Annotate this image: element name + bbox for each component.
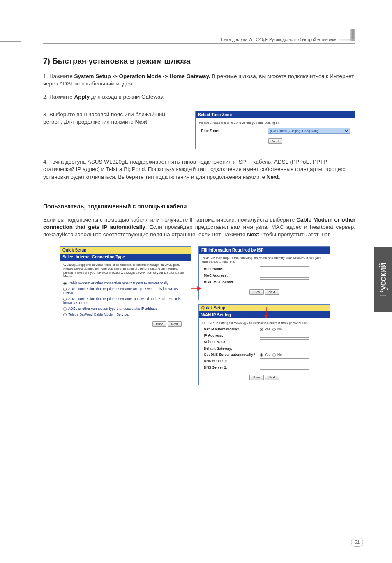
isp-title: Fill Information Required by ISP <box>199 247 330 254</box>
wan-yes: Yes <box>265 327 270 331</box>
step4-b: . <box>279 174 280 180</box>
cable-d: Next <box>247 231 259 238</box>
timezone-label: Time Zone: <box>199 127 266 134</box>
flow-arrow-down-icon <box>264 307 268 318</box>
panel-timezone: Select Time Zone Please choose the time … <box>195 111 355 150</box>
conn-option-pptp[interactable]: ADSL connection that requires username, … <box>63 297 187 305</box>
panel-conn-type: Quick Setup Select Internet Connection T… <box>60 246 191 332</box>
page-binding-edge-vert <box>21 0 21 41</box>
wan-ip-input[interactable] <box>260 333 309 338</box>
step-2-text: 2. Нажмите Apply для входа в режим Gatew… <box>43 93 355 101</box>
flow-arrow-right-icon <box>191 286 201 291</box>
wan-dns1-input[interactable] <box>260 358 309 363</box>
wan-gateway-label: Default Gateway: <box>202 345 258 352</box>
running-header: Точка доступа WL-320gE Руководство по бы… <box>43 37 355 44</box>
wan-gateway-input[interactable] <box>260 346 309 351</box>
step2-post: для входа в режим Gateway. <box>90 94 164 100</box>
wan-subnet-input[interactable] <box>260 339 309 344</box>
radio-icon <box>260 328 263 331</box>
conn-option-static[interactable]: ADSL or other connection type that uses … <box>63 307 187 311</box>
wan-dns-no: No <box>277 353 282 357</box>
step2-bold: Apply <box>74 94 90 100</box>
conn-option-static-label: ADSL or other connection type that uses … <box>68 307 159 311</box>
wan-desc: Fill TCP/IP setting for WL300gE to conne… <box>202 321 326 325</box>
header-arrow-icon <box>339 38 355 42</box>
wan-dns1-label: DNS Server 1: <box>202 358 258 364</box>
page-number: 51 <box>351 538 363 547</box>
conn-prev-button[interactable]: Prev <box>152 321 166 327</box>
cable-user-subtitle: Пользователь, подключенный с помощью каб… <box>43 203 355 210</box>
panel-isp-info: Fill Information Required by ISP Your IS… <box>198 246 330 300</box>
radio-icon <box>63 288 67 291</box>
radio-icon <box>272 328 276 331</box>
radio-icon <box>260 353 263 357</box>
isp-heartbeat-label: Heart-Beat Server: <box>202 279 258 285</box>
isp-desc: Your ISP may require the following infor… <box>202 256 326 264</box>
panel-timezone-instruction: Please choose the time zone where you ar… <box>199 121 352 125</box>
conn-option-bigpond[interactable]: Telstra BigPond Cable Modem Service. <box>63 312 187 316</box>
radio-icon <box>63 307 67 311</box>
isp-mac-input[interactable] <box>260 273 309 278</box>
isp-mac-label: MAC Address: <box>202 272 258 279</box>
step2-pre: 2. Нажмите <box>43 94 74 100</box>
timezone-select[interactable]: (GMT+08:00) Beijing, Hong Kong <box>268 128 350 134</box>
wan-getip-label: Get IP automatically? <box>202 326 258 332</box>
wan-getdns-radios[interactable]: Yes No <box>258 352 326 358</box>
conn-option-pppoe[interactable]: ADSL connection that requires username a… <box>63 287 187 295</box>
radio-icon <box>272 353 276 357</box>
step-4-text: 4. Точка доступа ASUS WL320gE поддержива… <box>43 158 355 181</box>
isp-hostname-input[interactable] <box>260 266 309 271</box>
right-panels-col: Fill Information Required by ISP Your IS… <box>198 246 330 386</box>
cable-a: Если вы подключены с помощью кабеля или … <box>43 217 296 223</box>
panels-grid: Quick Setup Select Internet Connection T… <box>60 246 355 386</box>
step-1-text: 1. Нажмите System Setup -> Operation Mod… <box>43 73 355 88</box>
isp-hostname-label: Host Name: <box>202 265 258 272</box>
wan-getip-radios[interactable]: Yes No <box>258 326 326 332</box>
isp-next-button[interactable]: Next <box>265 289 279 295</box>
wan-getdns-label: Get DNS Server automatically? <box>202 352 258 358</box>
step4-a: 4. Точка доступа ASUS WL320gE поддержива… <box>43 159 346 180</box>
wan-dns2-label: DNS Server 2: <box>202 364 258 371</box>
conn-option-pppoe-label: ADSL connection that requires username a… <box>63 287 178 295</box>
panel-timezone-title: Select Time Zone <box>196 111 355 118</box>
conn-type-desc: WL320gE supports several kinds of connec… <box>63 263 187 279</box>
wan-dns-yes: Yes <box>265 353 270 357</box>
page-content: Точка доступа WL-320gE Руководство по бы… <box>43 37 355 385</box>
conn-option-cable[interactable]: Cable Modem or other connection type tha… <box>63 281 187 285</box>
radio-icon <box>63 282 67 285</box>
conn-option-pptp-label: ADSL connection that requires username, … <box>63 297 180 305</box>
page-binding-edge-horz <box>0 41 21 42</box>
section-title: 7) Быстрая установка в режим шлюза <box>43 57 355 67</box>
header-text: Точка доступа WL-320gE Руководство по бы… <box>220 37 336 42</box>
cable-e: чтобы пропустить этот шаг. <box>259 231 331 238</box>
panel-conn-type-col: Quick Setup Select Internet Connection T… <box>60 246 191 386</box>
conn-next-button[interactable]: Next <box>168 321 182 327</box>
wan-prev-button[interactable]: Prev <box>249 375 263 380</box>
step1-pre: 1. Нажмите <box>43 73 74 79</box>
wan-ip-label: IP Address: <box>202 332 258 339</box>
conn-option-bigpond-label: Telstra BigPond Cable Modem Service. <box>68 312 129 316</box>
page-top: Точка доступа WL-320gE Руководство по бы… <box>43 37 355 44</box>
isp-heartbeat-input[interactable] <box>260 279 309 284</box>
wan-subnet-label: Subnet Mask: <box>202 339 258 345</box>
isp-prev-button[interactable]: Prev <box>249 289 263 295</box>
step-3-row: 3. Выберите ваш часовой пояс или ближайш… <box>43 111 355 150</box>
step-3-text: 3. Выберите ваш часовой пояс или ближайш… <box>43 111 166 126</box>
step3-bold: Next <box>135 119 147 125</box>
timezone-next-button[interactable]: Next <box>268 138 282 144</box>
wan-dns2-input[interactable] <box>260 365 309 370</box>
wan-next-button[interactable]: Next <box>265 375 279 380</box>
radio-icon <box>63 298 67 301</box>
step1-bold: System Setup -> Operation Mode -> Home G… <box>74 73 210 79</box>
radio-icon <box>63 313 67 316</box>
language-side-tab: Русский <box>374 247 392 312</box>
wan-no: No <box>277 327 282 331</box>
conn-option-cable-label: Cable Modem or other connection type tha… <box>68 281 169 285</box>
step3-b: . <box>147 119 149 125</box>
cable-user-paragraph: Если вы подключены с помощью кабеля или … <box>43 216 355 239</box>
conn-type-title-yellow: Quick Setup <box>60 247 191 254</box>
conn-type-title-blue: Select Internet Connection Type <box>60 254 191 261</box>
step4-bold: Next <box>267 174 279 180</box>
